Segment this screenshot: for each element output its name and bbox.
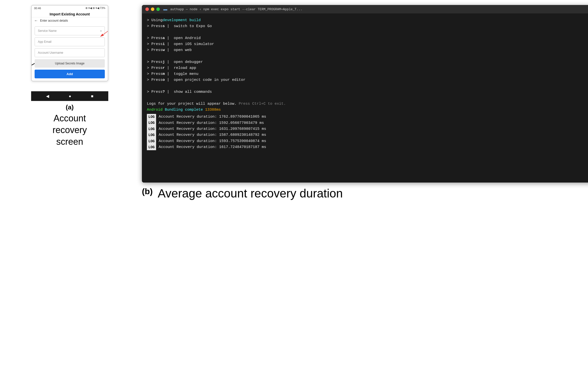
battery-icon: ⊕ ▾◀ 73% (93, 6, 105, 10)
terminal-window: ▬ authapp — node ‹ npm exec expo start -… (142, 5, 588, 183)
close-button[interactable] (145, 7, 149, 11)
term-line-blank3 (147, 83, 588, 89)
term-line-10: > Press o | open project code in your ed… (147, 77, 588, 83)
log-text-1: Account Recovery duration: 1762.89776900… (159, 114, 266, 120)
log-text-6: Account Recovery duration: 1617.72484701… (159, 144, 266, 150)
log-badge-1: LOG (147, 114, 156, 120)
phone-nav: ← Enter account details (32, 17, 108, 24)
terminal-title: authapp — node ‹ npm exec expo start --c… (170, 7, 302, 11)
phone-frame: 00:46 ⊕ ▾◀ ⊕ ▾◀ 73% Import Existing Acco… (31, 5, 108, 81)
back-nav-icon[interactable]: ◀ (46, 94, 49, 98)
chevron-down-icon: ▾ (100, 30, 102, 32)
figure-label-a: (a) (66, 103, 74, 111)
log-row-2: LOG Account Recovery duration: 1592.0560… (147, 120, 588, 126)
term-line-4: > Press a | open Android (147, 35, 588, 41)
term-line-8: > Press r | reload app (147, 65, 588, 71)
log-text-3: Account Recovery duration: 1631.20976898… (159, 126, 266, 132)
phone-header: Import Existing Account (32, 11, 108, 17)
term-logs-header: Logs for your project will appear below.… (147, 101, 588, 107)
term-line-6: > Press w | open web (147, 47, 588, 53)
term-bundling-line: Android Bundling complete 13388ms (147, 107, 588, 113)
term-line-7: > Press j | open debugger (147, 59, 588, 65)
status-icons: ⊕ ▾◀ ⊕ ▾◀ 73% (85, 6, 105, 10)
service-name-placeholder: Service Name (38, 29, 57, 33)
term-line-11: > Press ? | show all commands (147, 89, 588, 95)
right-bottom-caption: (b) Average account recovery duration (142, 187, 588, 200)
folder-icon: ▬ (163, 7, 167, 11)
add-button[interactable]: Add (35, 70, 105, 78)
back-arrow-icon[interactable]: ← (34, 18, 38, 23)
log-badge-4: LOG (147, 132, 156, 138)
log-text-5: Account Recovery duration: 1593.75753900… (159, 138, 266, 144)
log-row-1: LOG Account Recovery duration: 1762.8977… (147, 114, 588, 120)
log-row-6: LOG Account Recovery duration: 1617.7248… (147, 144, 588, 150)
svg-line-1 (100, 30, 108, 37)
app-email-field[interactable]: App Email (35, 37, 105, 46)
account-username-field[interactable]: Account Username (35, 48, 105, 57)
upload-secrets-button[interactable]: Upload Secrets Image (35, 59, 105, 68)
term-line-blank2 (147, 53, 588, 59)
log-badge-3: LOG (147, 126, 156, 132)
service-name-field[interactable]: Service Name ▾ (35, 26, 105, 35)
upload-wrapper: Upload Secrets Image (35, 59, 105, 70)
status-bar: 00:46 ⊕ ▾◀ ⊕ ▾◀ 73% (32, 5, 108, 11)
signal-icon: ▾◀ (88, 6, 92, 10)
term-line-5: > Press i | open iOS simulator (147, 41, 588, 47)
log-row-4: LOG Account Recovery duration: 1587.6809… (147, 132, 588, 138)
log-text-2: Account Recovery duration: 1592.05607700… (159, 120, 264, 126)
right-panel: ▬ authapp — node ‹ npm exec expo start -… (142, 5, 588, 200)
app-email-placeholder: App Email (38, 40, 52, 44)
maximize-button[interactable] (156, 7, 160, 11)
terminal-titlebar: ▬ authapp — node ‹ npm exec expo start -… (142, 5, 588, 13)
term-line-9: > Press m | toggle menu (147, 71, 588, 77)
log-badge-5: LOG (147, 138, 156, 144)
log-row-5: LOG Account Recovery duration: 1593.7575… (147, 138, 588, 144)
term-line-blank1 (147, 29, 588, 35)
figure-label-b: (b) (142, 187, 153, 196)
home-nav-icon[interactable]: ● (69, 94, 71, 98)
import-account-title: Import Existing Account (34, 12, 105, 16)
wifi-icon: ⊕ (85, 6, 88, 10)
left-panel: 00:46 ⊕ ▾◀ ⊕ ▾◀ 73% Import Existing Acco… (5, 5, 134, 147)
term-line-2: > Press s | switch to Expo Go (147, 23, 588, 29)
terminal-body[interactable]: > Using development build > Press s | sw… (142, 13, 588, 183)
log-badge-6: LOG (147, 144, 156, 150)
phone-body: Service Name ▾ App Email Accoun (32, 24, 108, 81)
phone-nav-bar: ◀ ● ■ (31, 91, 108, 101)
figure-caption-left: Account recovery screen (53, 113, 87, 147)
nav-label: Enter account details (40, 19, 68, 22)
figure-caption-right: Average account recovery duration (158, 187, 343, 200)
term-line-blank4 (147, 95, 588, 101)
recents-nav-icon[interactable]: ■ (91, 94, 94, 98)
log-badge-2: LOG (147, 120, 156, 126)
status-time: 00:46 (34, 7, 41, 10)
log-section: LOG Account Recovery duration: 1762.8977… (147, 114, 588, 150)
log-row-3: LOG Account Recovery duration: 1631.2097… (147, 126, 588, 132)
log-text-4: Account Recovery duration: 1587.68092301… (159, 132, 266, 138)
account-username-placeholder: Account Username (38, 51, 63, 54)
minimize-button[interactable] (151, 7, 154, 11)
term-line-1: > Using development build (147, 17, 588, 23)
